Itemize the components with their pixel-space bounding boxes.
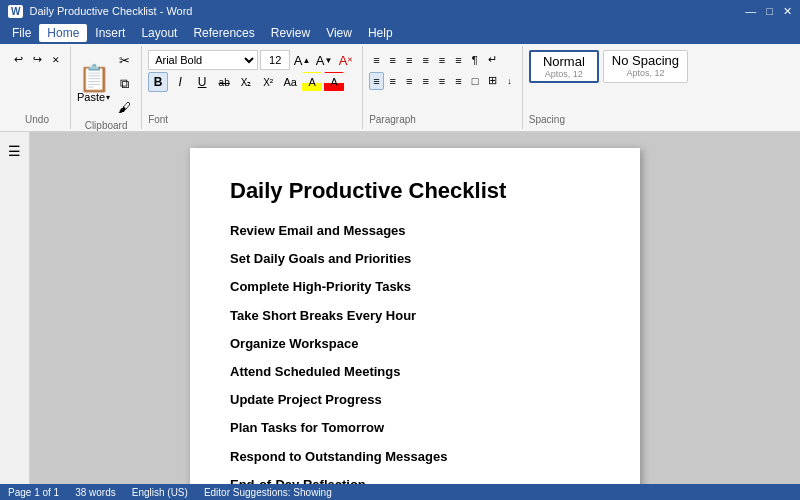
doc-item-8: Respond to Outstanding Messages (230, 448, 600, 466)
doc-item-9: End-of-Day Reflection (230, 476, 600, 484)
menu-home[interactable]: Home (39, 24, 87, 42)
copy-btn[interactable]: ⧉ (114, 73, 135, 95)
styles-group: Normal Aptos, 12 No Spacing Aptos, 12 Sp… (523, 46, 694, 129)
doc-item-5: Attend Scheduled Meetings (230, 363, 600, 381)
line-spacing-btn[interactable]: ≡ (451, 72, 465, 90)
clipboard-side-btns: ✂ ⧉ 🖌 (114, 50, 135, 118)
bullets-btn[interactable]: ≡ (369, 51, 383, 69)
justify-btn[interactable]: ≡ (418, 72, 432, 90)
clear-format-btn[interactable]: A✕ (336, 50, 356, 70)
font-name-row: Arial Bold A▲ A▼ A✕ (148, 50, 356, 70)
italic-btn[interactable]: I (170, 72, 190, 92)
close-btn[interactable]: ✕ (783, 5, 792, 18)
style-no-spacing-card[interactable]: No Spacing Aptos, 12 (603, 50, 688, 83)
format-painter-btn[interactable]: 🖌 (114, 97, 135, 118)
document-page: Daily Productive Checklist Review Email … (190, 148, 640, 484)
menu-bar: File Home Insert Layout References Revie… (0, 22, 800, 44)
clear-formatting-small[interactable]: ✕ (48, 50, 64, 69)
doc-item-7: Plan Tasks for Tomorrow (230, 419, 600, 437)
highlight-btn[interactable]: A (302, 72, 322, 92)
status-bar: Page 1 of 1 38 words English (US) Editor… (0, 484, 800, 500)
align-left-btn[interactable]: ≡ (369, 72, 383, 90)
menu-view[interactable]: View (318, 24, 360, 42)
doc-item-1: Set Daily Goals and Priorities (230, 250, 600, 268)
document-title: Daily Productive Checklist (230, 178, 600, 204)
cut-btn[interactable]: ✂ (114, 50, 135, 71)
bold-btn[interactable]: B (148, 72, 168, 92)
underline-btn[interactable]: U (192, 72, 212, 92)
clipboard-label: Clipboard (85, 118, 128, 131)
para-expand-btn[interactable]: ↓ (503, 73, 516, 89)
align-right-btn[interactable]: ≡ (402, 72, 416, 90)
case-btn[interactable]: Aa (280, 72, 300, 92)
increase-indent-btn[interactable]: ≡ (435, 51, 449, 69)
menu-insert[interactable]: Insert (87, 24, 133, 42)
font-grow-btn[interactable]: A▲ (292, 50, 312, 70)
style-no-spacing-name: No Spacing (612, 53, 679, 68)
sidebar: ☰ (0, 132, 30, 484)
title-bar-controls[interactable]: — □ ✕ (745, 5, 792, 18)
minimize-btn[interactable]: — (745, 5, 756, 18)
page-container[interactable]: Daily Productive Checklist Review Email … (30, 132, 800, 484)
numbering-btn[interactable]: ≡ (386, 51, 400, 69)
maximize-btn[interactable]: □ (766, 5, 773, 18)
font-color-btn[interactable]: A (324, 72, 344, 92)
font-format-row: B I U ab X₂ X² Aa A A (148, 72, 356, 92)
superscript-btn[interactable]: X² (258, 72, 278, 92)
word-icon: W (8, 5, 23, 18)
title-bar: W Daily Productive Checklist - Word — □ … (0, 0, 800, 22)
shading-btn[interactable]: □ (468, 72, 483, 90)
font-size-input[interactable] (260, 50, 290, 70)
font-name-select[interactable]: Arial Bold (148, 50, 258, 70)
undo-btn[interactable]: ↩ (10, 50, 27, 69)
borders-btn[interactable]: ⊞ (484, 71, 501, 90)
align-center-btn[interactable]: ≡ (386, 72, 400, 90)
undo-group: ↩ ↩ ✕ Undo (4, 46, 71, 129)
para-group-label: Paragraph (369, 112, 516, 125)
multilevel-btn[interactable]: ≡ (402, 51, 416, 69)
style-cards-row: Normal Aptos, 12 No Spacing Aptos, 12 (529, 50, 688, 83)
menu-review[interactable]: Review (263, 24, 318, 42)
doc-item-4: Organize Workspace (230, 335, 600, 353)
style-normal-card[interactable]: Normal Aptos, 12 (529, 50, 599, 83)
paste-label[interactable]: Paste (77, 91, 105, 103)
menu-file[interactable]: File (4, 24, 39, 42)
status-words: 38 words (75, 487, 116, 498)
font-shrink-btn[interactable]: A▼ (314, 50, 334, 70)
paste-dropdown-icon[interactable]: ▾ (106, 93, 110, 102)
font-group-label: Font (148, 112, 356, 125)
styles-group-label: Spacing (529, 112, 688, 125)
ribbon: ↩ ↩ ✕ Undo 📋 Paste ▾ ✂ ⧉ 🖌 Clipboard (0, 44, 800, 132)
doc-item-6: Update Project Progress (230, 391, 600, 409)
menu-layout[interactable]: Layout (133, 24, 185, 42)
status-language: English (US) (132, 487, 188, 498)
paste-area: 📋 Paste ▾ (77, 65, 110, 103)
title-bar-left: W Daily Productive Checklist - Word (8, 5, 192, 18)
sort-btn[interactable]: ≡ (451, 51, 465, 69)
style-no-spacing-sub: Aptos, 12 (612, 68, 679, 78)
status-page: Page 1 of 1 (8, 487, 59, 498)
menu-help[interactable]: Help (360, 24, 401, 42)
doc-item-0: Review Email and Messages (230, 222, 600, 240)
doc-item-3: Take Short Breaks Every Hour (230, 307, 600, 325)
doc-item-2: Complete High-Priority Tasks (230, 278, 600, 296)
pilcrow-btn[interactable]: ↵ (484, 50, 501, 69)
para-row2: ≡ ≡ ≡ ≡ ≡ ≡ □ ⊞ ↓ (369, 71, 516, 90)
style-normal-sub: Aptos, 12 (539, 69, 589, 79)
columns-btn[interactable]: ≡ (435, 72, 449, 90)
paste-label-row: Paste ▾ (77, 91, 110, 103)
strikethrough-btn[interactable]: ab (214, 72, 234, 92)
clipboard-controls: 📋 Paste ▾ ✂ ⧉ 🖌 (77, 50, 135, 118)
show-marks-btn[interactable]: ¶ (468, 51, 482, 69)
redo-btn[interactable]: ↩ (29, 50, 46, 69)
title-bar-filename: Daily Productive Checklist - Word (29, 5, 192, 17)
subscript-btn[interactable]: X₂ (236, 72, 256, 92)
undo-group-label: Undo (25, 112, 49, 125)
undo-top: ↩ ↩ ✕ (10, 50, 64, 69)
clipboard-group: 📋 Paste ▾ ✂ ⧉ 🖌 Clipboard (71, 46, 142, 129)
main-area: ☰ Daily Productive Checklist Review Emai… (0, 132, 800, 484)
decrease-indent-btn[interactable]: ≡ (418, 51, 432, 69)
menu-references[interactable]: References (185, 24, 262, 42)
status-editor: Editor Suggestions: Showing (204, 487, 332, 498)
sidebar-nav-btn[interactable]: ☰ (4, 140, 26, 162)
